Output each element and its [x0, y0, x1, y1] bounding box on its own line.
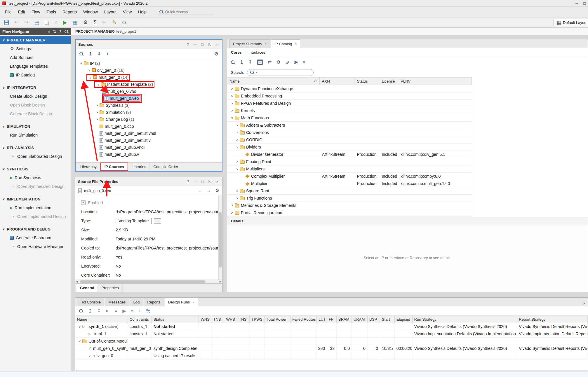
chevron-right-icon[interactable]: >	[10, 154, 15, 158]
stop-icon[interactable]: ■	[302, 60, 305, 64]
search-icon[interactable]	[231, 60, 235, 64]
flow-section-header-simulation[interactable]: ∨SIMULATION	[0, 122, 71, 131]
chevron-right-icon[interactable]: >	[10, 214, 15, 219]
tab-log[interactable]: Log	[130, 298, 143, 306]
flow-section-header-ip-integrator[interactable]: ∨IP INTEGRATOR	[0, 83, 71, 92]
ip-row-dynamic-function-exchange[interactable]: >Dynamic Function eXchange	[227, 85, 472, 92]
chevron-down-icon[interactable]: ∨	[235, 167, 240, 171]
flow-item-open-synthesized-design[interactable]: >Open Synthesized Design	[0, 182, 71, 191]
chevron-right-icon[interactable]: >	[235, 131, 240, 134]
tree-item-mult-gen-0-sim-netlist-v[interactable]: mult_gen_0_sim_netlist.v	[76, 137, 222, 144]
menu-view[interactable]: View	[120, 7, 135, 17]
chevron-right-icon[interactable]: >	[235, 160, 240, 163]
column-header-report-strategy[interactable]: Report Strategy	[517, 316, 588, 323]
ip-web-icon[interactable]: ◉	[294, 60, 298, 64]
column-header-status[interactable]: Status	[354, 78, 379, 85]
tab-design-runs[interactable]: Design Runs×	[165, 298, 198, 306]
ip-settings-icon[interactable]: ⚙	[276, 60, 280, 64]
chevron-down-icon[interactable]: ∨	[79, 62, 84, 65]
flow-section-header-implementation[interactable]: ∨IMPLEMENTATION	[0, 195, 71, 203]
back-icon[interactable]: ←	[198, 188, 202, 193]
run-row-mult-gen-0-synth-1[interactable]: ✓mult_gen_0_synth_1mult_gen_0synth_desig…	[75, 345, 588, 352]
tree-item-mult-gen-0[interactable]: ∨mult_gen_0(14)	[76, 74, 222, 81]
expand-all-icon[interactable]: ↧	[248, 60, 252, 64]
tab-compile-order[interactable]: Compile Order	[150, 163, 182, 171]
ip-search-input[interactable]: ▾	[247, 69, 314, 76]
menu-layout[interactable]: Layout	[101, 7, 120, 17]
quick-access-box[interactable]	[158, 9, 213, 15]
redo-icon[interactable]: ↷	[24, 20, 29, 25]
flow-item-add-sources[interactable]: Add Sources	[0, 53, 71, 62]
run-selected-icon[interactable]: ▶	[122, 309, 126, 313]
column-header-license[interactable]: License	[379, 78, 398, 85]
chevron-right-icon[interactable]: >	[229, 87, 235, 90]
flow-item-run-synthesis[interactable]: ▶Run Synthesis	[0, 173, 71, 182]
chevron-right-icon[interactable]: >	[235, 196, 240, 200]
flow-item-generate-block-design[interactable]: Generate Block Design	[0, 109, 71, 118]
column-header-elapsed[interactable]: Elapsed	[395, 316, 413, 323]
column-header-uram[interactable]: URAM	[352, 316, 368, 323]
close-icon[interactable]: ×	[192, 300, 194, 304]
float-icon[interactable]: ⇱	[207, 42, 212, 47]
column-header-tns[interactable]: TNS	[211, 316, 224, 323]
menu-flow[interactable]: Flow	[28, 7, 44, 17]
subtab-interfaces[interactable]: Interfaces	[248, 50, 265, 55]
property-value-box[interactable]: Verilog Template	[116, 218, 152, 224]
ip-row-trig-functions[interactable]: >Trig Functions	[227, 195, 472, 202]
ellipsis-button[interactable]: …	[154, 218, 161, 224]
help-icon[interactable]: ?	[59, 30, 61, 34]
copy-icon[interactable]	[45, 21, 48, 25]
column-header-constraints[interactable]: Constraints	[128, 316, 152, 323]
collapse-all-icon[interactable]: ↥	[240, 60, 243, 64]
flow-item-run-simulation[interactable]: Run Simulation	[0, 131, 71, 139]
delete-icon[interactable]: ×	[54, 20, 58, 25]
chevron-right-icon[interactable]: >	[94, 104, 100, 107]
column-header-tpws[interactable]: TPWS	[250, 316, 265, 323]
tab-reports[interactable]: Reports	[144, 298, 164, 306]
ip-row-math-functions[interactable]: ∨Math Functions	[227, 114, 472, 122]
chevron-down-icon[interactable]: ∨	[96, 83, 101, 86]
tree-item-instantiation-template[interactable]: ∨Instantiation Template(2)	[76, 81, 222, 88]
ip-row-kernels[interactable]: >Kernels	[227, 107, 472, 114]
tree-item-mult-gen-0-veo[interactable]: mult_gen_0.veo	[76, 95, 222, 102]
ip-row-cordic[interactable]: >CORDIC	[227, 136, 472, 144]
flow-section-header-rtl-analysis[interactable]: ∨RTL ANALYSIS	[0, 144, 71, 152]
close-icon[interactable]: ×	[215, 42, 219, 47]
tree-item-synthesis[interactable]: >Synthesis(3)	[76, 102, 222, 109]
tree-item-mult-gen-0-dcp[interactable]: mult_gen_0.dcp	[76, 123, 222, 130]
ip-row-square-root[interactable]: >Square Root	[227, 187, 472, 195]
find-icon[interactable]	[64, 29, 69, 34]
chevron-right-icon[interactable]: >	[10, 245, 15, 249]
tree-item-ip[interactable]: ∨IP(2)	[76, 60, 222, 67]
ip-row-embedded-processing[interactable]: >Embedded Processing	[227, 92, 472, 100]
default-layout-button[interactable]: ▦ Default Layou	[554, 19, 588, 26]
maximize-icon[interactable]: □	[200, 179, 205, 184]
percent-icon[interactable]: %	[146, 309, 150, 313]
rewind-icon[interactable]: «	[115, 309, 117, 313]
collapse-all-icon[interactable]: ↥	[88, 309, 92, 313]
chevron-right-icon[interactable]: >	[235, 138, 240, 142]
flow-item-open-elaborated-design[interactable]: >Open Elaborated Design	[0, 152, 71, 161]
flow-item-open-hardware-manager[interactable]: >Open Hardware Manager	[0, 242, 71, 251]
menu-help[interactable]: Help	[135, 7, 150, 17]
tab-general[interactable]: General	[76, 284, 98, 292]
run-row-synth-1[interactable]: ∨▷synth_1(active)constrs_1Not startedViv…	[75, 323, 588, 330]
column-header-start[interactable]: Start	[380, 316, 395, 323]
chevron-right-icon[interactable]: >	[235, 123, 240, 127]
edit-icon[interactable]: ✎	[112, 20, 116, 25]
search-icon[interactable]	[79, 52, 83, 56]
settings-icon[interactable]: ⚙	[83, 20, 88, 25]
run-row-impl-1[interactable]: ▷impl_1constrs_1Not startedVivado Implem…	[75, 330, 588, 338]
chevron-right-icon[interactable]: >	[94, 111, 100, 114]
chevron-right-icon[interactable]: >	[229, 211, 235, 214]
column-header-whs[interactable]: WHS	[224, 316, 237, 323]
flow-section-header-project-manager[interactable]: ∨PROJECT MANAGER	[0, 36, 71, 44]
scroll-right-icon[interactable]: ▶	[220, 280, 222, 284]
probe-icon[interactable]	[122, 20, 126, 25]
column-header-vlnv[interactable]: VLNV	[398, 78, 472, 85]
settings-icon[interactable]: ⚙	[214, 52, 218, 56]
flow-item-create-block-design[interactable]: Create Block Design	[0, 92, 71, 101]
column-header-ths[interactable]: THS	[237, 316, 250, 323]
tab-ip-sources[interactable]: IP Sources	[100, 163, 128, 171]
window-maximize-button[interactable]: □	[583, 1, 586, 6]
